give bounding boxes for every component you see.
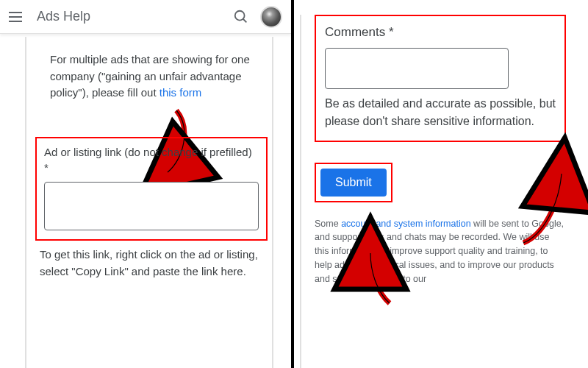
avatar[interactable] xyxy=(260,6,282,28)
ad-link-input[interactable] xyxy=(44,182,259,230)
ad-link-label: Ad or listing link (do not change if pre… xyxy=(44,144,259,177)
app-title: Ads Help xyxy=(37,9,231,24)
ad-link-highlight: Ad or listing link (do not change if pre… xyxy=(35,137,268,241)
comments-highlight: Comments * Be as detailed and accurate a… xyxy=(315,15,566,142)
intro-paragraph: For multiple ads that are showing for on… xyxy=(34,40,269,109)
comments-input[interactable] xyxy=(325,48,509,89)
submit-highlight: Submit xyxy=(315,163,392,202)
disclaimer-prefix: Some xyxy=(315,219,341,229)
topbar: Ads Help xyxy=(0,0,291,34)
submit-button[interactable]: Submit xyxy=(320,169,387,197)
comments-help: Be as detailed and accurate as possible,… xyxy=(325,95,556,130)
this-form-link[interactable]: this form xyxy=(159,86,202,99)
svg-line-1 xyxy=(243,18,247,22)
svg-point-0 xyxy=(235,10,245,20)
disclaimer-text: Some account and system information will… xyxy=(315,217,566,286)
account-info-link[interactable]: account and system information xyxy=(341,219,470,229)
search-icon[interactable] xyxy=(231,7,251,27)
ad-link-help: To get this link, right click on the ad … xyxy=(34,244,269,280)
intro-text: For multiple ads that are showing for on… xyxy=(50,53,250,99)
comments-label: Comments * xyxy=(325,24,556,42)
menu-icon[interactable] xyxy=(9,8,26,26)
